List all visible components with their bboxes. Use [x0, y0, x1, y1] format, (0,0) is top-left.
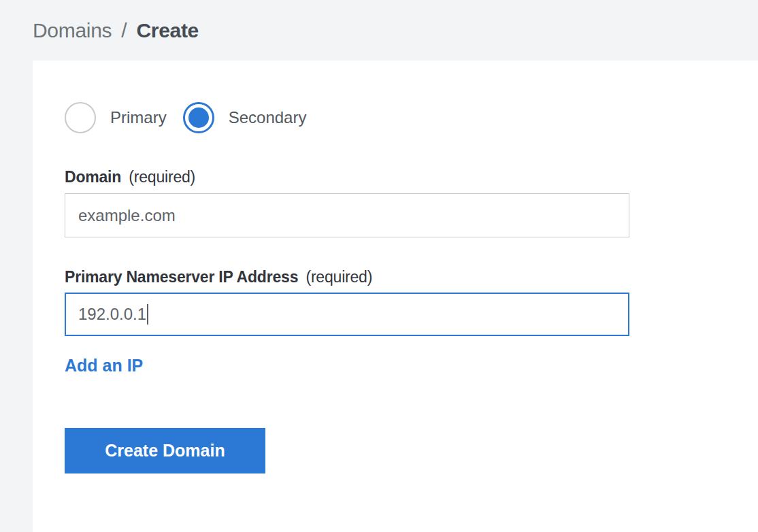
domain-input-value: example.com: [78, 206, 176, 225]
page-header: Domains / Create: [0, 0, 758, 61]
create-domain-card: Primary Secondary Domain (required) exam…: [33, 61, 758, 532]
create-domain-button[interactable]: Create Domain: [65, 428, 265, 473]
domain-required-hint: (required): [129, 168, 195, 186]
add-ip-link[interactable]: Add an IP: [65, 356, 143, 376]
primary-ns-ip-field-group: Primary Nameserver IP Address (required)…: [65, 268, 758, 336]
breadcrumb-domains-link[interactable]: Domains: [33, 19, 112, 41]
primary-ns-ip-required-hint: (required): [306, 268, 372, 286]
radio-option-secondary[interactable]: Secondary: [183, 102, 307, 133]
primary-ns-ip-input-value: 192.0.0.1: [78, 305, 146, 324]
primary-ns-ip-label-text: Primary Nameserver IP Address: [65, 268, 298, 286]
radio-label-secondary: Secondary: [229, 108, 307, 127]
primary-ns-ip-field-label: Primary Nameserver IP Address (required): [65, 268, 758, 286]
radio-selected-icon[interactable]: [183, 102, 214, 133]
breadcrumb-current-create: Create: [136, 19, 199, 41]
domain-type-radio-group: Primary Secondary: [65, 102, 758, 133]
radio-option-primary[interactable]: Primary: [65, 102, 167, 133]
breadcrumb: Domains / Create: [33, 19, 199, 42]
breadcrumb-separator: /: [121, 19, 127, 41]
primary-ns-ip-input[interactable]: 192.0.0.1: [65, 293, 629, 336]
domain-label-text: Domain: [65, 168, 121, 186]
radio-dot: [188, 107, 209, 128]
radio-label-primary: Primary: [110, 108, 167, 127]
domain-input[interactable]: example.com: [65, 193, 629, 237]
text-caret: [147, 304, 148, 325]
radio-unselected-icon[interactable]: [65, 102, 96, 133]
domain-field-group: Domain (required) example.com: [65, 168, 758, 237]
domain-field-label: Domain (required): [65, 168, 758, 186]
